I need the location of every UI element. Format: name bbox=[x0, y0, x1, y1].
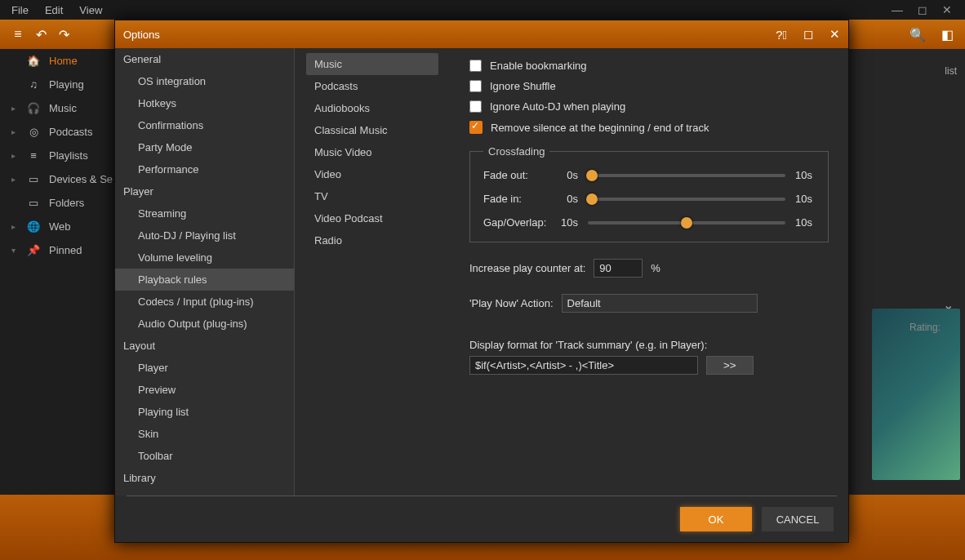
label: 'Play Now' Action: bbox=[469, 297, 554, 309]
label: Increase play counter at: bbox=[469, 262, 585, 274]
sidebar-item-label: Music bbox=[49, 102, 77, 114]
slider-gap-overlap[interactable]: Gap/Overlap: 10s 10s bbox=[483, 216, 815, 229]
label: Display format for 'Track summary' (e.g.… bbox=[469, 339, 829, 351]
sidebar-item-label: Pinned bbox=[49, 244, 82, 256]
category-item[interactable]: Audiobooks bbox=[306, 97, 438, 119]
nav-item[interactable]: Preview bbox=[115, 379, 294, 401]
check-label: Ignore Auto-DJ when playing bbox=[490, 100, 625, 113]
sidebar-item-label: Web bbox=[49, 220, 71, 233]
dialog-title: Options bbox=[123, 29, 160, 41]
row-display-format: Display format for 'Track summary' (e.g.… bbox=[469, 339, 829, 375]
options-dialog: Options ?⃝ ◻ ✕ GeneralOS integrationHotk… bbox=[114, 20, 849, 543]
dialog-titlebar: Options ?⃝ ◻ ✕ bbox=[115, 20, 848, 48]
rating-label: Rating: bbox=[909, 322, 941, 333]
nav-item[interactable]: Playing list bbox=[115, 401, 294, 423]
slider-label: Gap/Overlap: bbox=[483, 216, 549, 229]
undo-icon[interactable]: ↶ bbox=[29, 23, 52, 46]
slider-min: 0s bbox=[558, 169, 578, 181]
ok-button[interactable]: OK bbox=[680, 507, 752, 531]
settings-tree[interactable]: GeneralOS integrationHotkeysConfirmation… bbox=[115, 48, 295, 496]
slider-thumb[interactable] bbox=[586, 193, 598, 205]
check-label: Ignore Shuffle bbox=[490, 80, 556, 92]
nav-item[interactable]: Performance bbox=[115, 158, 294, 180]
display-format-input[interactable] bbox=[469, 356, 698, 375]
slider-fade-out[interactable]: Fade out: 0s 10s bbox=[483, 169, 815, 181]
category-item[interactable]: Video Podcast bbox=[306, 207, 438, 229]
category-item[interactable]: Classical Music bbox=[306, 119, 438, 141]
check-ignore-autodj[interactable]: Ignore Auto-DJ when playing bbox=[469, 100, 829, 113]
row-play-now-action: 'Play Now' Action: Default bbox=[469, 294, 829, 313]
category-list[interactable]: MusicPodcastsAudiobooksClassical MusicMu… bbox=[295, 48, 450, 496]
play-now-select[interactable]: Default bbox=[562, 294, 758, 313]
checkbox[interactable] bbox=[469, 60, 482, 72]
slider-max: 10s bbox=[795, 193, 815, 205]
nav-item[interactable]: Codecs / Input (plug-ins) bbox=[115, 291, 294, 313]
menu-edit[interactable]: Edit bbox=[37, 2, 71, 19]
menu-view[interactable]: View bbox=[71, 2, 110, 19]
redo-icon[interactable]: ↷ bbox=[52, 23, 75, 46]
checkbox[interactable] bbox=[469, 121, 482, 134]
category-item[interactable]: Video bbox=[306, 163, 438, 185]
playlist-icon: ≡ bbox=[26, 149, 41, 162]
slider-max: 10s bbox=[795, 169, 815, 181]
slider-min: 10s bbox=[558, 216, 578, 229]
nav-item[interactable]: Playback rules bbox=[115, 269, 294, 291]
window-minimize-icon[interactable]: — bbox=[892, 3, 903, 16]
nav-item[interactable]: OS integration bbox=[115, 70, 294, 92]
nav-item[interactable]: Toolbar bbox=[115, 445, 294, 467]
nav-item[interactable]: Auto-DJ / Playing list bbox=[115, 224, 294, 247]
menu-file[interactable]: File bbox=[3, 2, 37, 19]
category-item[interactable]: Podcasts bbox=[306, 75, 438, 97]
nav-item[interactable]: Audio Output (plug-ins) bbox=[115, 313, 294, 335]
slider-thumb[interactable] bbox=[681, 217, 692, 229]
play-counter-input[interactable] bbox=[594, 259, 643, 278]
nav-item[interactable]: Confirmations bbox=[115, 114, 294, 136]
expand-format-button[interactable]: >> bbox=[706, 356, 754, 375]
layout-icon[interactable]: ◧ bbox=[936, 23, 958, 46]
album-artwork bbox=[872, 309, 960, 480]
slider-fade-in[interactable]: Fade in: 0s 10s bbox=[483, 193, 815, 205]
cancel-button[interactable]: CANCEL bbox=[762, 507, 834, 531]
nav-item[interactable]: Player bbox=[115, 357, 294, 379]
slider-label: Fade out: bbox=[483, 169, 549, 181]
nav-group-header[interactable]: General bbox=[115, 48, 294, 70]
sidebar-item-label: Folders bbox=[49, 197, 84, 209]
help-icon[interactable]: ?⃝ bbox=[776, 28, 787, 42]
crossfade-legend: Crossfading bbox=[483, 145, 549, 158]
window-close-icon[interactable]: ✕ bbox=[942, 3, 952, 16]
category-item[interactable]: TV bbox=[306, 185, 438, 207]
nav-group-header[interactable]: Player bbox=[115, 180, 294, 202]
list-label: list bbox=[945, 65, 957, 77]
category-item[interactable]: Music bbox=[306, 53, 438, 75]
slider-track[interactable] bbox=[588, 174, 785, 177]
check-ignore-shuffle[interactable]: Ignore Shuffle bbox=[469, 80, 829, 92]
nav-item[interactable]: Party Mode bbox=[115, 136, 294, 158]
sidebar-item-label: Playlists bbox=[49, 149, 88, 162]
nav-item[interactable]: Streaming bbox=[115, 202, 294, 224]
slider-track[interactable] bbox=[588, 221, 785, 224]
slider-max: 10s bbox=[795, 216, 815, 229]
search-icon[interactable]: 🔍 bbox=[906, 23, 929, 46]
nav-item[interactable]: Volume leveling bbox=[115, 247, 294, 269]
podcast-icon: ◎ bbox=[26, 126, 41, 138]
dialog-close-icon[interactable]: ✕ bbox=[829, 27, 840, 42]
slider-track[interactable] bbox=[588, 198, 785, 201]
slider-thumb[interactable] bbox=[586, 170, 598, 181]
dialog-maximize-icon[interactable]: ◻ bbox=[803, 27, 813, 42]
nav-item[interactable]: Hotkeys bbox=[115, 92, 294, 114]
nav-item[interactable]: Skin bbox=[115, 423, 294, 445]
row-play-counter: Increase play counter at: % bbox=[469, 259, 829, 278]
category-item[interactable]: Radio bbox=[306, 229, 438, 251]
device-icon: ▭ bbox=[26, 173, 41, 185]
nav-group-header[interactable]: Layout bbox=[115, 335, 294, 357]
slider-label: Fade in: bbox=[483, 193, 549, 205]
check-remove-silence[interactable]: Remove silence at the beginning / end of… bbox=[469, 121, 829, 134]
category-item[interactable]: Music Video bbox=[306, 141, 438, 163]
check-enable-bookmarking[interactable]: Enable bookmarking bbox=[469, 60, 829, 72]
nav-group-header[interactable]: Library bbox=[115, 467, 294, 489]
window-maximize-icon[interactable]: ◻ bbox=[918, 3, 927, 16]
checkbox[interactable] bbox=[469, 100, 482, 113]
checkbox[interactable] bbox=[469, 80, 482, 92]
panel-toggle-icon[interactable]: ≡ bbox=[7, 23, 29, 46]
slider-min: 0s bbox=[558, 193, 578, 205]
